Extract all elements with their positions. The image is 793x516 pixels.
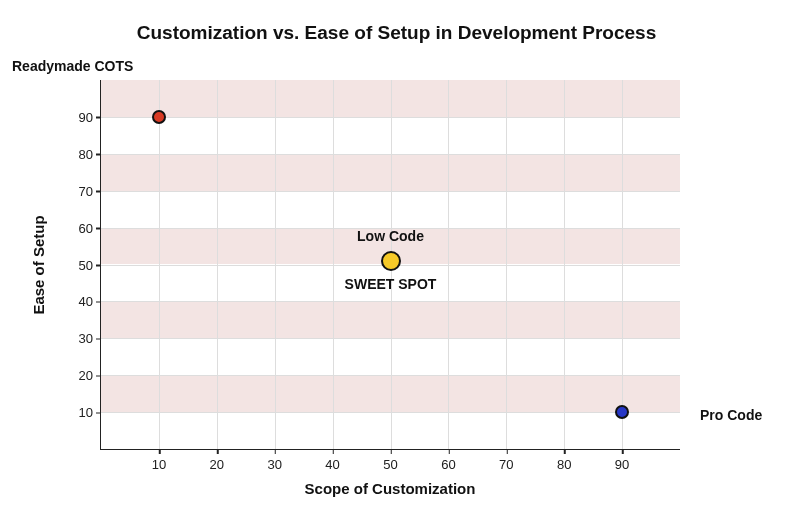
- point-low-code: [381, 251, 401, 271]
- grid-hline: [101, 191, 680, 192]
- chart-title: Customization vs. Ease of Setup in Devel…: [0, 22, 793, 44]
- chart-container: Customization vs. Ease of Setup in Devel…: [0, 0, 793, 516]
- x-tick-label: 70: [499, 457, 513, 472]
- y-tick-label: 10: [79, 405, 93, 420]
- grid-hline: [101, 301, 680, 302]
- point-readymade-cots: [152, 110, 166, 124]
- x-tick-label: 60: [441, 457, 455, 472]
- y-tick-label: 70: [79, 183, 93, 198]
- y-axis-label: Ease of Setup: [30, 215, 47, 314]
- label-low-code-bottom: SWEET SPOT: [345, 276, 437, 292]
- point-pro-code: [615, 405, 629, 419]
- y-tick-label: 50: [79, 257, 93, 272]
- x-tick-label: 30: [267, 457, 281, 472]
- grid-hline: [101, 412, 680, 413]
- y-tick-label: 60: [79, 220, 93, 235]
- y-tick-label: 30: [79, 331, 93, 346]
- y-tick-label: 20: [79, 368, 93, 383]
- label-low-code-top: Low Code: [357, 228, 424, 244]
- plot-area: 10 20 30 40 50 60 70 80 90 10 20 30 40 5…: [100, 80, 680, 450]
- y-tick-label: 90: [79, 109, 93, 124]
- grid-hline: [101, 154, 680, 155]
- x-tick-label: 20: [210, 457, 224, 472]
- x-tick-label: 90: [615, 457, 629, 472]
- x-tick-label: 10: [152, 457, 166, 472]
- x-axis-label: Scope of Customization: [305, 480, 476, 497]
- grid-hline: [101, 117, 680, 118]
- x-tick-label: 40: [325, 457, 339, 472]
- grid-hline: [101, 338, 680, 339]
- y-tick-label: 40: [79, 294, 93, 309]
- y-tick-label: 80: [79, 146, 93, 161]
- x-tick-label: 50: [383, 457, 397, 472]
- grid-hline: [101, 375, 680, 376]
- label-readymade-cots: Readymade COTS: [12, 58, 133, 74]
- label-pro-code: Pro Code: [700, 407, 762, 423]
- x-tick-label: 80: [557, 457, 571, 472]
